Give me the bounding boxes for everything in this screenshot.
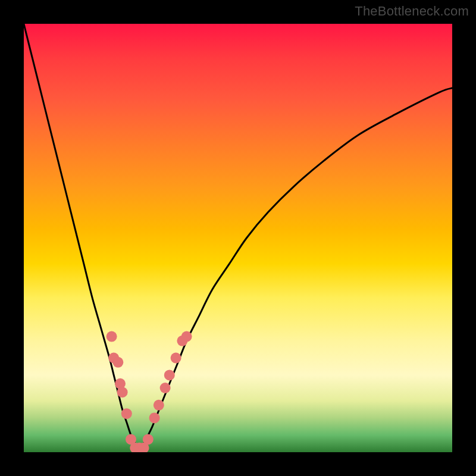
watermark-text: TheBottleneck.com [355,4,469,19]
highlight-dot [107,331,117,342]
highlight-dot [143,434,154,444]
highlight-dot [164,369,175,380]
bottleneck-curve-right-branch [139,88,452,452]
plot-area [24,24,452,452]
highlight-dot [160,383,171,393]
highlight-dot [171,353,181,364]
highlight-dot [149,412,160,423]
highlight-dot [117,387,128,397]
chart-frame: TheBottleneck.com [0,0,476,476]
highlight-dot [154,400,164,411]
highlight-dot [181,331,192,342]
highlight-dot [112,357,123,368]
curve-layer [24,24,452,452]
highlight-dot [121,408,132,419]
